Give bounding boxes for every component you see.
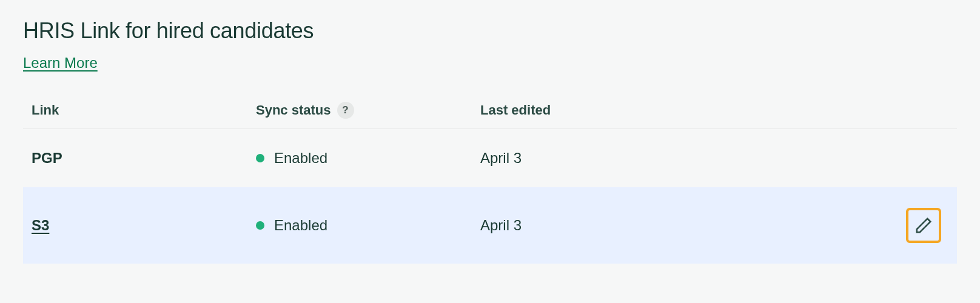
edit-button[interactable] [906, 208, 941, 243]
learn-more-link[interactable]: Learn More [23, 55, 98, 72]
column-header-sync-status-label: Sync status [256, 102, 331, 118]
last-edited-text: April 3 [480, 150, 894, 167]
last-edited-text: April 3 [480, 217, 894, 234]
sync-status-cell: Enabled [256, 217, 480, 234]
column-header-sync-status: Sync status ? [256, 102, 480, 119]
sync-status-text: Enabled [274, 150, 327, 167]
column-header-last-edited: Last edited [480, 102, 894, 118]
help-icon[interactable]: ? [337, 102, 354, 119]
status-dot-icon [256, 221, 264, 230]
sync-status-cell: Enabled [256, 150, 480, 167]
row-actions [894, 208, 948, 243]
column-header-link: Link [32, 102, 256, 118]
page-title: HRIS Link for hired candidates [23, 18, 957, 44]
links-table: Link Sync status ? Last edited PGPEnable… [23, 102, 957, 264]
status-dot-icon [256, 154, 264, 162]
table-row[interactable]: S3EnabledApril 3 [23, 187, 957, 264]
pencil-icon [915, 216, 933, 235]
table-header-row: Link Sync status ? Last edited [23, 102, 957, 129]
link-name[interactable]: S3 [32, 217, 256, 234]
link-name[interactable]: PGP [32, 150, 256, 167]
table-row: PGPEnabledApril 3 [23, 129, 957, 187]
sync-status-text: Enabled [274, 217, 327, 234]
